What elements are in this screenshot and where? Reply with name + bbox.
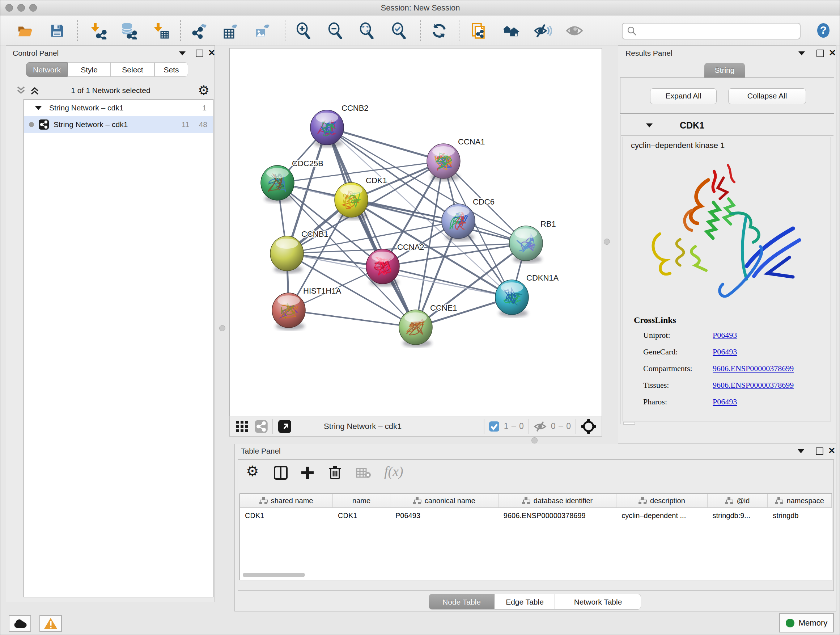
float-panel-icon[interactable] <box>816 50 824 57</box>
birds-eye-view-button[interactable] <box>565 22 584 40</box>
clone-network-button[interactable] <box>470 22 488 40</box>
refresh-icon <box>431 22 447 39</box>
node-CDC6[interactable]: CDC6 <box>442 197 494 241</box>
detach-view-icon[interactable] <box>278 419 292 434</box>
node-CDC25B[interactable]: CDC25B <box>261 159 324 203</box>
column-header-description[interactable]: description <box>616 494 707 508</box>
node-CCNA1[interactable]: CCNA1 <box>427 137 485 181</box>
selected-checkbox-icon[interactable] <box>489 421 500 432</box>
hide-view-button[interactable] <box>534 22 552 40</box>
node-CCNB1[interactable]: CCNB1 <box>270 230 328 273</box>
open-session-button[interactable] <box>16 22 34 40</box>
column-header-id[interactable]: @id <box>707 494 768 508</box>
network-graph[interactable]: CCNB2CCNA1CDC25BCDK1CDC6RB1CCNB1CCNA2CDK… <box>230 49 602 416</box>
zoom-out-button[interactable] <box>326 22 344 40</box>
search-input[interactable] <box>639 27 800 36</box>
import-network-from-database-button[interactable] <box>119 22 137 40</box>
edge-HIST1H1A-CCNE1[interactable] <box>289 310 416 327</box>
node-table[interactable]: shared namenamecanonical namedatabase id… <box>240 494 832 580</box>
crosshair-icon[interactable] <box>581 418 597 434</box>
node-RB1[interactable]: RB1 <box>509 219 556 263</box>
zoom-fit-button[interactable] <box>358 22 376 40</box>
crosslink-row: Pharos: P06493 <box>643 397 667 407</box>
network-share-gray-icon[interactable] <box>254 420 268 433</box>
close-panel-icon[interactable]: ✕ <box>208 50 215 56</box>
import-network-button[interactable] <box>89 22 107 40</box>
node-CDKN1A[interactable]: CDKN1A <box>495 273 559 317</box>
column-header-databaseidentifier[interactable]: database identifier <box>499 494 617 508</box>
crosslink-link[interactable]: P06493 <box>713 331 737 340</box>
tab-edge-table[interactable]: Edge Table <box>494 594 555 610</box>
tab-sets[interactable]: Sets <box>155 62 188 77</box>
save-session-button[interactable] <box>48 22 66 40</box>
float-panel-icon[interactable] <box>196 50 203 57</box>
network-row-selected[interactable]: String Network – cdk1 11 48 <box>24 116 213 133</box>
column-header-name[interactable]: name <box>333 494 390 508</box>
collection-expand-icon[interactable] <box>35 106 42 110</box>
column-header-canonicalname[interactable]: canonical name <box>390 494 499 508</box>
tab-style[interactable]: Style <box>68 62 111 77</box>
control-panel-title: Control Panel <box>13 49 58 57</box>
table-horizontal-scrollbar[interactable] <box>243 573 305 577</box>
edge-CCNB2-CCNE1[interactable] <box>327 127 416 327</box>
apply-layout-button[interactable] <box>430 22 448 40</box>
network-collection-row[interactable]: String Network – cdk1 1 <box>24 100 213 116</box>
show-all-views-button[interactable] <box>502 22 520 40</box>
cloud-status-button[interactable] <box>9 615 31 632</box>
crosslink-label: Pharos: <box>643 397 667 406</box>
show-columns-icon[interactable] <box>273 466 288 480</box>
grid-view-icon[interactable] <box>235 420 248 433</box>
column-type-icon <box>522 497 530 504</box>
table-options-gear-icon[interactable]: ⚙ <box>246 463 259 479</box>
add-column-icon[interactable] <box>300 466 315 480</box>
export-image-button[interactable] <box>253 22 271 40</box>
collapse-all-button[interactable]: Collapse All <box>728 88 806 104</box>
float-panel-icon[interactable] <box>816 448 823 455</box>
tab-string[interactable]: String <box>704 63 745 78</box>
crosslink-link[interactable]: 9606.ENSP00000378699 <box>713 380 794 390</box>
column-header-sharedname[interactable]: shared name <box>240 494 333 508</box>
panel-menu-icon[interactable] <box>179 51 186 55</box>
delete-column-icon[interactable] <box>328 465 342 480</box>
section-collapse-icon[interactable] <box>646 124 653 127</box>
close-panel-icon[interactable]: ✕ <box>828 448 835 454</box>
tab-select[interactable]: Select <box>111 62 155 77</box>
table-panel-title: Table Panel <box>241 447 281 455</box>
zoom-in-button[interactable] <box>294 22 313 40</box>
crosslink-link[interactable]: P06493 <box>713 397 737 407</box>
left-splitter-handle[interactable] <box>219 325 225 331</box>
export-table-button[interactable] <box>222 22 240 40</box>
tab-network[interactable]: Network <box>26 62 68 77</box>
close-panel-icon[interactable]: ✕ <box>829 50 836 56</box>
horizontal-splitter-handle[interactable] <box>531 437 538 443</box>
table-cell: P06493 <box>390 508 499 523</box>
panel-menu-icon[interactable] <box>798 449 804 453</box>
edge-CCNA2-CDKN1A[interactable] <box>383 266 512 297</box>
network-options-gear-icon[interactable]: ⚙ <box>198 83 210 98</box>
help-button[interactable]: ? <box>815 22 832 39</box>
node-CCNB2[interactable]: CCNB2 <box>310 103 369 147</box>
table-row[interactable]: CDK1CDK1P064939606.ENSP00000378699cyclin… <box>240 508 832 523</box>
panel-menu-icon[interactable] <box>798 51 805 55</box>
expand-all-button[interactable]: Expand All <box>650 88 717 104</box>
search-box[interactable] <box>622 23 801 40</box>
network-canvas[interactable]: CCNB2CCNA1CDC25BCDK1CDC6RB1CCNB1CCNA2CDK… <box>229 48 602 416</box>
horizontal-scrollbar-thumb[interactable] <box>623 422 635 424</box>
export-network-icon <box>191 22 208 40</box>
import-table-button[interactable] <box>152 22 170 40</box>
tab-node-table[interactable]: Node Table <box>429 594 494 610</box>
search-icon <box>627 26 637 36</box>
column-header-namespace[interactable]: namespace <box>767 494 832 508</box>
node-HIST1H1A[interactable]: HIST1H1A <box>272 287 341 330</box>
warnings-button[interactable] <box>39 615 62 632</box>
protein-section-header[interactable]: CDK1 <box>621 115 834 136</box>
memory-button[interactable]: Memory <box>779 613 834 632</box>
right-splitter-handle[interactable] <box>604 239 610 245</box>
crosslink-link[interactable]: 9606.ENSP00000378699 <box>713 364 794 373</box>
edge-CCNB2-CCNA1[interactable] <box>327 127 444 161</box>
export-network-button[interactable] <box>190 22 208 40</box>
crosslink-link[interactable]: P06493 <box>713 347 737 356</box>
tab-network-table[interactable]: Network Table <box>555 594 641 610</box>
node-CDK1[interactable]: CDK1 <box>335 176 387 220</box>
zoom-selected-button[interactable] <box>390 22 408 40</box>
